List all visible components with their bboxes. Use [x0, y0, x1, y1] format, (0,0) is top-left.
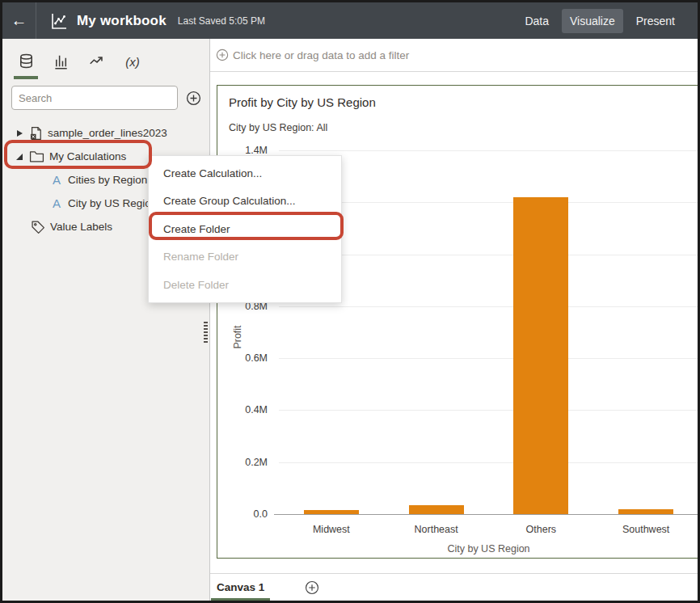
plus-circle-icon	[186, 91, 201, 106]
tree-item-dataset[interactable]: sample_order_lines2023	[2, 121, 209, 145]
context-menu: Create Calculation... Create Group Calcu…	[148, 155, 342, 303]
canvas-tab-1[interactable]: Canvas 1	[210, 574, 271, 601]
gridline	[279, 358, 698, 359]
menu-rename-folder: Rename Folder	[149, 243, 341, 272]
header-nav: Data Visualize Present	[517, 9, 698, 33]
header: ← My workbook Last Saved 5:05 PM Data Vi…	[2, 2, 698, 39]
tree-item-label: sample_order_lines2023	[48, 127, 167, 139]
x-axis-tick-label: Others	[489, 524, 594, 535]
add-canvas-button[interactable]	[305, 580, 319, 595]
filter-bar-text: Click here or drag data to add a filter	[233, 49, 409, 61]
gridline	[279, 150, 698, 151]
bar-others[interactable]	[513, 197, 568, 514]
y-axis-tick-label: 0.4M	[217, 404, 268, 415]
app-window: ← My workbook Last Saved 5:05 PM Data Vi…	[0, 0, 700, 603]
back-button[interactable]: ←	[2, 2, 36, 39]
sidebar-resize-handle[interactable]	[204, 322, 208, 343]
y-axis-tick-label: 1.4M	[217, 145, 268, 156]
gridline	[279, 462, 698, 463]
workbook-chart-icon	[49, 11, 69, 31]
add-filter-icon	[216, 48, 229, 61]
tab-parameters[interactable]: (x)	[120, 47, 145, 79]
canvas-tab-label: Canvas 1	[217, 581, 264, 593]
back-arrow-icon: ←	[11, 11, 27, 30]
sidebar: (x)	[2, 39, 210, 601]
tab-visualizations[interactable]	[49, 47, 74, 79]
nav-visualize[interactable]: Visualize	[562, 9, 623, 33]
sidebar-tabs: (x)	[2, 39, 209, 81]
function-icon: (x)	[125, 55, 140, 69]
filter-bar[interactable]: Click here or drag data to add a filter	[210, 39, 698, 72]
dataset-icon	[29, 126, 43, 141]
tree-item-label: My Calculations	[49, 150, 126, 162]
canvas-bar: Canvas 1	[210, 573, 698, 601]
workbook-title: My workbook	[77, 13, 167, 29]
nav-present[interactable]: Present	[628, 9, 683, 33]
nav-data[interactable]: Data	[517, 9, 557, 33]
menu-create-calculation[interactable]: Create Calculation...	[149, 159, 341, 188]
gridline	[279, 410, 698, 411]
text-attribute-icon: A	[50, 196, 63, 210]
plus-circle-icon	[305, 580, 319, 595]
tree-item-label: City by US Region	[68, 197, 157, 209]
menu-create-folder[interactable]: Create Folder	[149, 215, 341, 243]
y-axis-tick-label: 0.0	[217, 508, 268, 520]
caret-right-icon[interactable]	[15, 130, 24, 137]
text-attribute-icon: A	[50, 173, 63, 187]
search-input[interactable]	[11, 86, 178, 110]
y-axis-title: Profit	[232, 325, 243, 348]
x-axis-tick-label: Midwest	[279, 524, 384, 535]
menu-create-group-calculation[interactable]: Create Group Calculation...	[149, 188, 341, 216]
add-data-button[interactable]	[186, 91, 201, 106]
x-axis-tick-label: Southwest	[593, 524, 698, 535]
tree-item-label: Cities by Region	[68, 174, 147, 186]
active-tab-underline	[211, 598, 270, 601]
last-saved-status: Last Saved 5:05 PM	[178, 15, 265, 27]
main-area: Click here or drag data to add a filter …	[210, 39, 698, 601]
x-axis-tick-label: Northeast	[384, 524, 489, 535]
tree-item-label: Value Labels	[50, 221, 112, 233]
bar-northeast[interactable]	[409, 505, 464, 514]
y-axis-tick-label: 0.6M	[217, 352, 268, 364]
menu-delete-folder: Delete Folder	[149, 271, 341, 299]
tab-analytics[interactable]	[85, 47, 109, 79]
bar-southwest[interactable]	[618, 509, 673, 514]
x-axis-title: City by US Region	[279, 543, 698, 555]
database-icon	[17, 53, 36, 71]
trend-icon	[88, 53, 106, 70]
folder-icon	[29, 150, 44, 163]
gridline	[279, 306, 698, 307]
x-axis-line	[274, 514, 698, 515]
y-axis-tick-label: 0.2M	[217, 457, 268, 468]
tab-data-elements[interactable]	[14, 47, 38, 79]
caret-expanded-icon[interactable]	[15, 154, 24, 160]
bar-chart-icon	[53, 53, 71, 71]
tag-icon	[31, 220, 45, 234]
bar-midwest[interactable]	[304, 510, 359, 514]
